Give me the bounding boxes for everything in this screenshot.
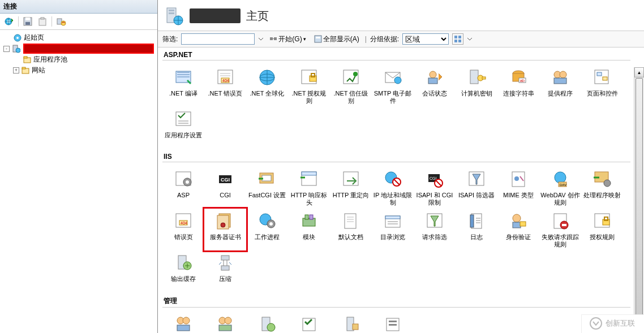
filter-input[interactable] (181, 33, 255, 45)
feature-label: 日志 (457, 233, 496, 241)
connections-panel: 连接 起始页 - 应用程序池 (0, 0, 158, 333)
session-state-icon (424, 67, 445, 88)
default-doc-icon (341, 211, 361, 231)
feature-isapi-cgi[interactable]: CGIISAPI 和 CGI 限制 (414, 167, 456, 209)
feature-server-certs[interactable]: 服务器证书 (204, 209, 246, 250)
feature-app-settings[interactable]: 应用程序设置 (162, 107, 204, 141)
feature-isapi-filters[interactable]: ISAPI 筛选器 (456, 167, 497, 209)
view-dropdown-icon[interactable] (467, 36, 473, 42)
vertical-scrollbar[interactable]: ▲ ▼ (634, 67, 644, 333)
feature-smtp-email[interactable]: SMTP 电子邮件 (372, 65, 414, 107)
svg-text:404: 404 (181, 221, 187, 225)
feature-request-filtering[interactable]: 请求筛选 (414, 209, 456, 250)
tree-start-page[interactable]: 起始页 (2, 32, 155, 43)
view-button[interactable] (452, 33, 463, 45)
output-caching-icon (173, 253, 194, 273)
svg-rect-111 (221, 266, 229, 270)
svg-rect-110 (221, 256, 229, 260)
feature-label: ISAPI 筛选器 (457, 192, 496, 199)
tree-app-pools[interactable]: 应用程序池 (2, 54, 155, 65)
mgmt-item[interactable] (330, 312, 372, 333)
mgmt-item[interactable] (204, 312, 246, 333)
svg-rect-53 (554, 78, 566, 84)
feature-label: 默认文档 (331, 233, 371, 241)
page-title: 主页 (246, 8, 269, 24)
feature-compression[interactable]: 压缩 (204, 250, 246, 285)
feature-pages-controls[interactable]: 页面和控件 (581, 65, 623, 107)
feature-label: 压缩 (205, 275, 245, 283)
net-compilation-icon (173, 67, 194, 88)
feature-output-caching[interactable]: 输出缓存 (162, 250, 204, 285)
feature-label: 失败请求跟踪规则 (540, 233, 580, 248)
feature-label: 请求筛选 (415, 233, 454, 241)
section-iis: IIS (162, 149, 630, 162)
scroll-up-icon[interactable]: ▲ (634, 67, 644, 77)
feature-net-trust-levels[interactable]: .NET 信任级别 (330, 65, 372, 107)
scroll-thumb[interactable] (636, 78, 643, 322)
dropdown-icon[interactable] (258, 36, 264, 42)
connections-title: 连接 (0, 0, 157, 14)
save-icon[interactable] (22, 16, 33, 27)
svg-point-99 (513, 214, 521, 222)
feature-http-redirect[interactable]: HTTP 重定向 (330, 167, 372, 209)
mgmt-item[interactable] (288, 312, 330, 333)
feature-authorization[interactable]: 授权规则 (581, 209, 623, 250)
connect-icon[interactable] (3, 16, 15, 27)
feature-label: HTTP 响应标头 (289, 192, 329, 206)
feature-connection-strings[interactable]: ab连接字符串 (497, 65, 539, 107)
svg-rect-14 (24, 57, 27, 58)
feature-failed-request[interactable]: 失败请求跟踪规则 (539, 209, 581, 250)
svg-rect-19 (169, 12, 174, 14)
group-by-select[interactable]: 区域 (402, 33, 449, 45)
svg-rect-24 (316, 37, 320, 38)
feature-cgi[interactable]: CGICGI (204, 167, 246, 209)
feature-net-authorization[interactable]: .NET 授权规则 (288, 65, 330, 107)
feature-handler-mappings[interactable]: 处理程序映射 (581, 167, 623, 209)
svg-rect-18 (169, 10, 174, 11)
pages-controls-icon (592, 67, 612, 88)
feature-machine-key[interactable]: 计算机密钥 (456, 65, 497, 107)
collapse-icon[interactable]: - (3, 46, 10, 52)
failed-request-icon (550, 211, 570, 231)
feature-logging[interactable]: 日志 (456, 209, 497, 250)
show-all-button[interactable]: 全部显示(A) (312, 34, 362, 45)
start-page-icon (13, 33, 22, 42)
tree-sites[interactable]: + 网站 (2, 65, 155, 76)
feature-mime[interactable]: MIME 类型 (497, 167, 539, 209)
feature-net-globalization[interactable]: .NET 全球化 (246, 65, 288, 107)
feature-fastcgi[interactable]: FastCGI 设置 (246, 167, 288, 209)
feature-authentication[interactable]: 身份验证 (497, 209, 539, 250)
feature-worker-processes[interactable]: 工作进程 (246, 209, 288, 250)
http-redirect-icon (341, 169, 361, 189)
mgmt-item[interactable] (162, 312, 204, 333)
feature-dir-browsing[interactable]: 目录浏览 (372, 209, 414, 250)
webdav-icon: DAV (550, 169, 570, 189)
refresh-server-icon[interactable] (55, 16, 67, 27)
feature-asp[interactable]: ASP (162, 167, 204, 209)
delete-icon[interactable] (37, 16, 48, 27)
feature-modules[interactable]: 模块 (288, 209, 330, 250)
feature-webdav[interactable]: DAVWebDAV 创作规则 (539, 167, 581, 209)
feature-net-error-pages[interactable]: 404.NET 错误页 (204, 65, 246, 107)
mgmt-item[interactable] (372, 312, 414, 333)
svg-text:ab: ab (520, 79, 525, 83)
expand-icon[interactable]: + (13, 67, 19, 73)
svg-point-80 (604, 180, 611, 187)
handler-mappings-icon (592, 169, 612, 189)
svg-point-39 (353, 72, 358, 76)
feature-label: 服务器证书 (205, 233, 245, 241)
feature-error-pages[interactable]: 404错误页 (162, 209, 204, 250)
mgmt-item[interactable] (246, 312, 288, 333)
feature-providers[interactable]: 提供程序 (539, 65, 581, 107)
feature-http-headers[interactable]: HTTP 响应标头 (288, 167, 330, 209)
ip-restrict-icon (383, 169, 403, 189)
feature-net-compilation[interactable]: .NET 编译 (162, 65, 204, 107)
feature-session-state[interactable]: 会话状态 (414, 65, 456, 107)
svg-rect-44 (470, 70, 478, 84)
tree-server-row[interactable]: - (2, 43, 155, 54)
svg-text:CGI: CGI (430, 176, 437, 180)
feature-ip-restrict[interactable]: IP 地址和域限制 (372, 167, 414, 209)
go-button[interactable]: 开始(G) ▾ (267, 34, 308, 45)
svg-rect-124 (389, 321, 397, 322)
feature-default-doc[interactable]: 默认文档 (330, 209, 372, 250)
